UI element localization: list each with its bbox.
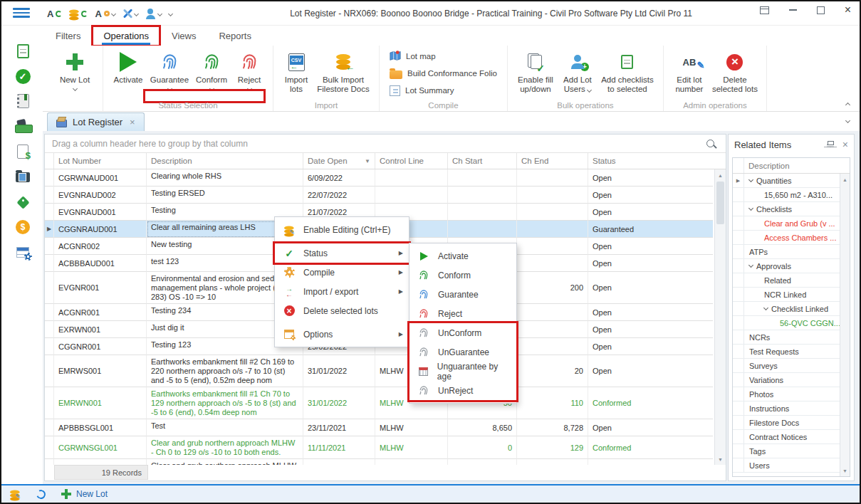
table-row[interactable]: EVGNRAUD002 Testing ERSED 22/07/2022 Ope… xyxy=(45,187,726,204)
tree-item[interactable]: Checklists xyxy=(733,202,850,216)
cell-lot-number[interactable]: CGGNRAUD001 xyxy=(54,221,147,238)
tree-item[interactable]: NCRs xyxy=(733,330,850,345)
database-edit-icon[interactable] xyxy=(10,490,17,498)
enable-fill-button[interactable]: Enable fill up/down xyxy=(513,48,558,94)
menu-item-import-export[interactable]: Import / export ▶ xyxy=(275,282,409,301)
cell-status[interactable]: Guaranteed xyxy=(588,221,713,238)
tree-item[interactable]: Instructions xyxy=(733,401,850,416)
table-row[interactable]: CGRWNAUD001 Clearing whole RHS 6/09/2022… xyxy=(45,169,726,187)
cell-ch-end[interactable]: 110 xyxy=(517,387,588,419)
add-checklists-button[interactable]: Add checklists to selected xyxy=(598,48,657,94)
menu-item-delete-selected-lots[interactable]: Delete selected lots xyxy=(275,301,409,320)
cell-ch-end[interactable]: 8,728 xyxy=(517,459,588,465)
submenu-item-unguarantee-by-age[interactable]: Unguarantee by age xyxy=(409,362,516,381)
tree-item[interactable]: 56-QVC CGGN... xyxy=(733,316,850,330)
maximize-button[interactable] xyxy=(817,6,825,14)
chevron-down-icon[interactable] xyxy=(209,86,214,91)
cell-status[interactable]: Open xyxy=(588,272,713,304)
cell-status[interactable]: Open xyxy=(588,169,713,187)
cell-ch-end[interactable] xyxy=(517,338,588,355)
cell-ch-end[interactable] xyxy=(517,169,588,187)
reject-button[interactable]: Reject xyxy=(231,48,267,90)
cell-date-open[interactable]: 11/11/2021 xyxy=(303,436,375,459)
scroll-down-icon[interactable]: ▼ xyxy=(715,453,726,465)
tree-item[interactable]: Contract Notices xyxy=(733,430,850,444)
tree-item[interactable]: NCR Linked xyxy=(733,288,850,302)
close-panel-icon[interactable]: × xyxy=(842,139,848,150)
cell-ch-end[interactable] xyxy=(517,238,588,255)
cell-status[interactable]: Open xyxy=(588,238,713,255)
bulk-import-button[interactable]: ← Bulk Import Filestore Docs xyxy=(313,48,373,94)
cell-description[interactable]: Clearing whole RHS xyxy=(147,169,303,187)
tree-item[interactable]: Test Requests xyxy=(733,345,850,359)
table-row[interactable]: EMRWS001 Earthworks embankment fill #2 C… xyxy=(45,355,726,387)
cell-ch-start[interactable]: 0 xyxy=(448,436,517,459)
sidebar-item-register[interactable] xyxy=(14,92,32,110)
cell-ch-end[interactable] xyxy=(517,255,588,272)
sidebar-item-payments[interactable] xyxy=(14,117,32,135)
build-conformance-folio-button[interactable]: Build Conformance Folio xyxy=(385,65,501,82)
tab-reports[interactable]: Reports xyxy=(209,27,261,45)
table-row[interactable]: APBBBSGL001 Test 23/11/2021 MLHW 8,650 8… xyxy=(45,419,726,436)
header-lot-number[interactable]: Lot Number xyxy=(54,153,147,169)
cell-status[interactable]: Conformed xyxy=(588,436,713,459)
submenu-item-conform[interactable]: Conform xyxy=(409,266,516,285)
cell-control-line[interactable] xyxy=(375,187,448,204)
cell-status[interactable]: Open xyxy=(588,304,713,321)
menu-item-compile[interactable]: Compile ▶ xyxy=(275,263,409,282)
cell-ch-end[interactable] xyxy=(517,304,588,321)
cell-ch-start[interactable] xyxy=(448,169,517,187)
scrollbar-thumb[interactable] xyxy=(716,182,724,224)
cell-ch-end[interactable]: 200 xyxy=(517,272,588,304)
cell-description[interactable]: Clear and grub northern approach MLHW - … xyxy=(147,436,303,459)
header-ch-start[interactable]: Ch Start xyxy=(448,153,517,169)
cell-description[interactable]: Earthworks embankment fill #1 Ch 70 to 1… xyxy=(147,387,303,419)
cell-control-line[interactable]: MLHW xyxy=(375,419,448,436)
table-row[interactable]: EMRWN001 Earthworks embankment fill #1 C… xyxy=(45,387,726,419)
tab-list-chevron-icon[interactable] xyxy=(845,118,850,123)
tree-item[interactable]: ATPs xyxy=(733,245,850,259)
submenu-item-unconform[interactable]: UnConform xyxy=(409,323,516,342)
cell-date-open[interactable]: 22/07/2022 xyxy=(303,187,375,204)
tree-item[interactable]: Surveys xyxy=(733,359,850,373)
submenu-item-reject[interactable]: Reject xyxy=(409,304,516,323)
menu-item-enable-editing[interactable]: Enable Editing (Ctrl+E) xyxy=(275,220,409,239)
cell-lot-number[interactable]: EVGNRAUD002 xyxy=(54,187,147,204)
cell-ch-start[interactable] xyxy=(448,221,517,238)
header-control-line[interactable]: Control Line xyxy=(375,153,448,169)
expander-chevron-icon[interactable] xyxy=(748,177,753,182)
cell-status[interactable]: Open xyxy=(588,187,713,204)
tree-item[interactable]: Tags xyxy=(733,444,850,458)
new-lot-statusbar-button[interactable]: New Lot xyxy=(61,489,108,499)
delete-selected-lots-button[interactable]: Delete selected lots xyxy=(709,48,761,94)
search-icon[interactable] xyxy=(706,140,714,147)
cell-lot-number[interactable]: EMRWS001 xyxy=(54,355,147,387)
cell-date-open[interactable]: 23/11/2021 xyxy=(303,419,375,436)
grid-vertical-scrollbar[interactable]: ▲ ▼ xyxy=(714,169,726,465)
cell-date-open[interactable]: 6/09/2022 xyxy=(303,169,375,187)
header-description[interactable]: Description xyxy=(147,153,303,169)
tree-item[interactable]: ▶ Quantities xyxy=(733,174,850,188)
sync-lots-icon[interactable]: A xyxy=(47,9,62,19)
tree-item[interactable]: Users xyxy=(733,458,850,473)
cell-status[interactable]: Open xyxy=(588,255,713,272)
cell-ch-end[interactable]: 8,728 xyxy=(517,419,588,436)
menu-item-status[interactable]: Status ▶ xyxy=(275,243,409,263)
layout-window-icon[interactable] xyxy=(760,6,769,14)
cell-lot-number[interactable]: APBBBSGL001 xyxy=(54,419,147,436)
menu-item-options[interactable]: Options ▶ xyxy=(275,325,409,344)
submenu-item-activate[interactable]: Activate xyxy=(409,246,516,266)
tree-item[interactable]: Filestore Docs xyxy=(733,416,850,430)
cell-status[interactable]: Open xyxy=(588,419,713,436)
cell-ch-end[interactable] xyxy=(517,321,588,338)
cell-description[interactable]: Earthworks embankment fill #2 Ch 169 to … xyxy=(147,355,303,387)
cell-lot-number[interactable]: EVGNR001 xyxy=(54,272,147,304)
cell-ch-end[interactable] xyxy=(517,221,588,238)
cell-status[interactable]: Open xyxy=(588,459,713,465)
cell-date-open[interactable]: 18/10/2021 xyxy=(303,459,375,465)
user-menu-icon[interactable] xyxy=(145,9,162,19)
header-date-open[interactable]: Date Open▼ xyxy=(303,153,375,169)
cell-status[interactable]: Conformed xyxy=(588,387,713,419)
sidebar-item-conformance[interactable] xyxy=(14,67,32,85)
tree-item[interactable]: Approvals xyxy=(733,259,850,273)
